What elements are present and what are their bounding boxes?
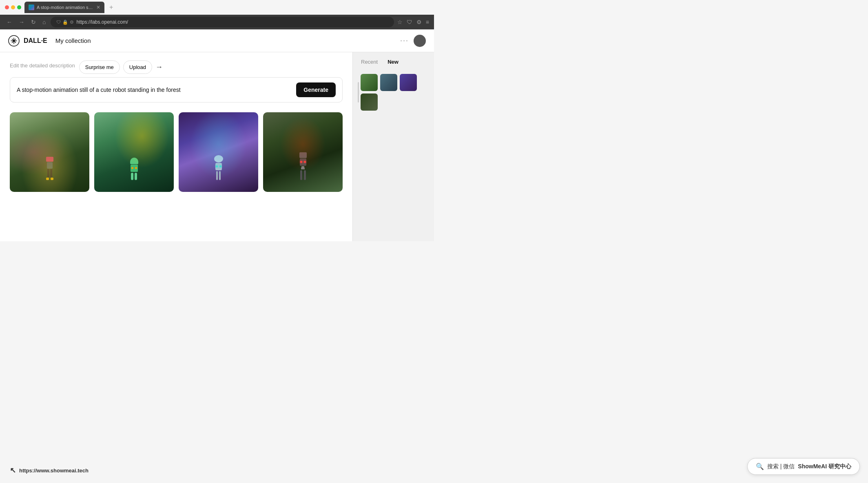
sidebar-thumb-4[interactable] [361, 93, 378, 111]
refresh-button[interactable]: ↻ [29, 18, 38, 26]
generated-image-2[interactable] [94, 112, 174, 192]
image-grid [10, 112, 343, 192]
browser-chrome: A stop-motion animation still of ✕ + ← →… [0, 0, 434, 29]
surprise-me-button[interactable]: Surprise me [79, 60, 120, 74]
settings-icon: ⚙ [70, 20, 74, 25]
close-window-btn[interactable] [5, 5, 9, 9]
sidebar-thumb-1[interactable] [361, 74, 378, 91]
app-header: DALL·E My collection ··· [0, 29, 434, 52]
address-bar[interactable]: 🛡 🔒 ⚙ https://labs.openai.com/ [51, 17, 394, 27]
sidebar-thumb-2[interactable] [380, 74, 397, 91]
generated-image-4[interactable] [263, 112, 343, 192]
sidebar: Recent New [352, 52, 434, 241]
arrow-icon[interactable]: → [155, 63, 163, 71]
shield-toolbar-icon[interactable]: 🛡 [407, 19, 412, 25]
sidebar-content [358, 74, 429, 111]
generated-image-3[interactable] [179, 112, 258, 192]
forward-button[interactable]: → [17, 18, 26, 26]
back-button[interactable]: ← [5, 18, 14, 26]
generate-button[interactable]: Generate [296, 82, 336, 97]
window-controls [5, 5, 21, 9]
address-text: https://labs.openai.com/ [76, 19, 388, 25]
header-right: ··· [400, 35, 426, 47]
robot-figure-1 [46, 157, 53, 180]
prompt-label: Edit the detailed description [10, 62, 75, 69]
app-nav: My collection [55, 37, 91, 45]
browser-toolbar: ← → ↻ ⌂ 🛡 🔒 ⚙ https://labs.openai.com/ ☆… [0, 15, 434, 29]
menu-icon[interactable]: ≡ [426, 19, 429, 25]
browser-titlebar: A stop-motion animation still of ✕ + [0, 0, 434, 15]
generated-image-1[interactable] [10, 112, 89, 192]
robot-figure-4 [299, 152, 307, 180]
app-logo: DALL·E [8, 35, 47, 47]
maximize-window-btn[interactable] [17, 5, 21, 9]
settings-toolbar-icon[interactable]: ⚙ [416, 19, 422, 25]
more-options-btn[interactable]: ··· [400, 36, 409, 45]
browser-tab[interactable]: A stop-motion animation still of ✕ [24, 2, 104, 13]
prompt-text: A stop-motion animation still of a cute … [17, 87, 181, 93]
openai-logo-icon [8, 35, 20, 47]
prompt-section: Edit the detailed description Surprise m… [10, 60, 343, 102]
app-name: DALL·E [24, 37, 47, 45]
tab-title: A stop-motion animation still of [37, 5, 94, 10]
browser-toolbar-right: ☆ 🛡 ⚙ ≡ [397, 19, 429, 25]
new-tab-btn[interactable]: + [108, 4, 115, 11]
sidebar-thumb-3[interactable] [400, 74, 417, 91]
sidebar-tabs: Recent New [358, 57, 429, 67]
prompt-box[interactable]: A stop-motion animation still of a cute … [10, 77, 343, 102]
content-area: Edit the detailed description Surprise m… [0, 52, 352, 241]
upload-button[interactable]: Upload [123, 60, 152, 74]
address-security-icons: 🛡 🔒 ⚙ [56, 20, 74, 25]
lock-icon: 🔒 [62, 20, 68, 25]
robot-figure-3 [214, 155, 223, 180]
my-collection-link[interactable]: My collection [55, 37, 91, 44]
robot-figure-2 [130, 158, 138, 180]
avatar[interactable] [414, 35, 426, 47]
recent-tab[interactable]: Recent [358, 57, 381, 67]
bookmark-icon[interactable]: ☆ [397, 19, 403, 25]
app-container: DALL·E My collection ··· Edit the detail… [0, 29, 434, 241]
main-layout: Edit the detailed description Surprise m… [0, 52, 434, 241]
tab-favicon [29, 4, 34, 10]
tab-close-icon[interactable]: ✕ [96, 4, 100, 10]
sidebar-thumbnails [361, 74, 429, 111]
minimize-window-btn[interactable] [11, 5, 15, 9]
prompt-actions: Surprise me Upload → [79, 60, 163, 74]
sidebar-scroll-indicator [358, 82, 359, 102]
home-button[interactable]: ⌂ [41, 18, 47, 26]
shield-icon: 🛡 [56, 20, 61, 24]
new-tab[interactable]: New [384, 57, 402, 67]
